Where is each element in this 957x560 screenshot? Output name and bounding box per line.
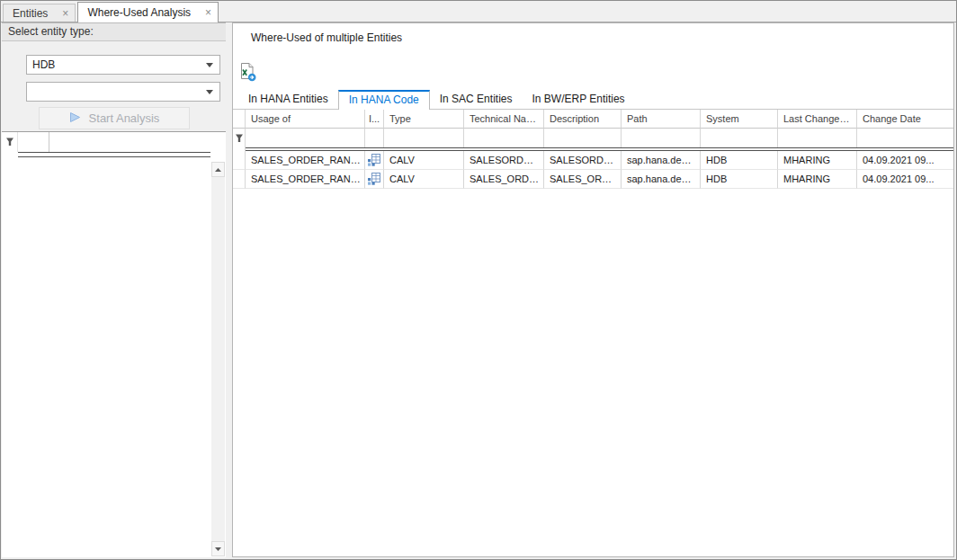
tree-filter-cell[interactable]: [18, 132, 49, 152]
filter-cell-usage-of[interactable]: [246, 129, 365, 147]
entity-type-value: HDB: [32, 58, 55, 71]
chevron-down-icon: [206, 90, 219, 94]
filter-row: [233, 129, 953, 147]
entity-tree-grid: [2, 131, 226, 557]
result-tab-bar: In HANA Entities In HANA Code In SAC Ent…: [238, 88, 635, 109]
results-table: Usage of I... Type Technical Name Descri…: [233, 109, 953, 189]
cell-usage-of: SALES_ORDER_RANKING: [246, 170, 365, 189]
filter-cell-path[interactable]: [622, 129, 701, 147]
cell-path: sap.hana.dem...: [622, 170, 701, 189]
play-icon: [69, 111, 81, 126]
row-indicator: [233, 151, 246, 170]
calculation-view-icon: [365, 151, 384, 170]
tab-entities-label: Entities: [13, 7, 48, 20]
entity-dropdown[interactable]: [26, 82, 220, 102]
cell-type: CALV: [384, 151, 464, 170]
filter-cell-system[interactable]: [701, 129, 778, 147]
filter-cell-change-date[interactable]: [857, 129, 953, 147]
col-usage-of[interactable]: Usage of: [246, 110, 365, 129]
cell-change-date: 04.09.2021 09...: [857, 170, 953, 189]
cell-last-changed-by: MHARING: [778, 170, 857, 189]
tab-where-used-analysis[interactable]: Where-Used Analysis ×: [77, 2, 219, 22]
cell-path: sap.hana.dem...: [622, 151, 701, 170]
col-change-date[interactable]: Change Date: [857, 110, 953, 129]
calculation-view-icon: [365, 170, 384, 189]
col-last-changed-by[interactable]: Last Changed By: [778, 110, 857, 129]
cell-system: HDB: [701, 151, 778, 170]
cell-system: HDB: [701, 170, 778, 189]
tab-in-bw-erp-entities[interactable]: In BW/ERP Entities: [522, 90, 634, 109]
select-entity-type-header: Select entity type:: [2, 22, 226, 41]
tab-in-hana-entities[interactable]: In HANA Entities: [238, 90, 338, 109]
cell-usage-of: SALES_ORDER_RANKING: [246, 151, 365, 170]
where-used-analysis-window: Entities × Where-Used Analysis × × Selec…: [0, 0, 957, 560]
cell-technical-name: SALES_ORDER...: [464, 170, 544, 189]
tab-entities[interactable]: Entities ×: [3, 4, 76, 22]
cell-last-changed-by: MHARING: [778, 151, 857, 170]
chevron-down-icon: [206, 63, 219, 67]
cell-type: CALV: [384, 170, 464, 189]
export-to-excel-button[interactable]: [236, 62, 259, 85]
tree-filter-cell[interactable]: [49, 132, 210, 152]
cell-technical-name: SALESORDER_...: [464, 151, 544, 170]
filter-separator: [18, 152, 210, 157]
table-row[interactable]: SALES_ORDER_RANKING CALV SALES_ORDER... …: [233, 170, 953, 189]
row-indicator: [233, 170, 246, 189]
tree-scrollbar[interactable]: [211, 162, 225, 556]
filter-cell-technical-name[interactable]: [464, 129, 544, 147]
col-icon[interactable]: I...: [365, 110, 384, 129]
filter-icon: [2, 132, 18, 152]
filter-cell-last-changed-by[interactable]: [778, 129, 857, 147]
tab-in-sac-entities[interactable]: In SAC Entities: [430, 90, 523, 109]
filter-cell-description[interactable]: [544, 129, 622, 147]
table-row[interactable]: SALES_ORDER_RANKING CALV SALESORDER_... …: [233, 151, 953, 170]
tab-entities-close-icon[interactable]: ×: [62, 9, 68, 18]
tab-where-used-analysis-label: Where-Used Analysis: [87, 6, 191, 19]
scroll-up-icon[interactable]: [211, 162, 225, 177]
row-indicator-header: [233, 110, 246, 129]
cell-description: SALESORDER_...: [544, 151, 622, 170]
filter-cell-type[interactable]: [384, 129, 464, 147]
where-used-results-panel: Where-Used of multiple Entities In HANA …: [232, 22, 954, 557]
col-type[interactable]: Type: [384, 110, 464, 129]
filter-icon: [233, 129, 246, 147]
panel-title: Where-Used of multiple Entities: [251, 31, 402, 44]
start-analysis-label: Start Analysis: [89, 111, 160, 125]
col-description[interactable]: Description: [544, 110, 622, 129]
tab-where-used-analysis-close-icon[interactable]: ×: [205, 8, 211, 17]
scroll-down-icon[interactable]: [211, 541, 225, 556]
filter-cell-icon[interactable]: [365, 129, 384, 147]
col-system[interactable]: System: [701, 110, 778, 129]
document-tab-strip: Entities × Where-Used Analysis ×: [1, 1, 956, 22]
cell-change-date: 04.09.2021 09...: [857, 151, 953, 170]
col-technical-name[interactable]: Technical Name: [464, 110, 544, 129]
excel-export-icon: [237, 62, 257, 85]
tree-filter-row[interactable]: [2, 132, 210, 152]
cell-description: SALES_ORDER...: [544, 170, 622, 189]
col-path[interactable]: Path: [622, 110, 701, 129]
entity-type-dropdown[interactable]: HDB: [26, 55, 220, 75]
table-header-row: Usage of I... Type Technical Name Descri…: [233, 110, 953, 129]
tab-in-hana-code[interactable]: In HANA Code: [338, 90, 430, 110]
start-analysis-button[interactable]: Start Analysis: [39, 107, 190, 129]
entity-selection-panel: Select entity type: HDB Start Analysis: [2, 22, 226, 557]
